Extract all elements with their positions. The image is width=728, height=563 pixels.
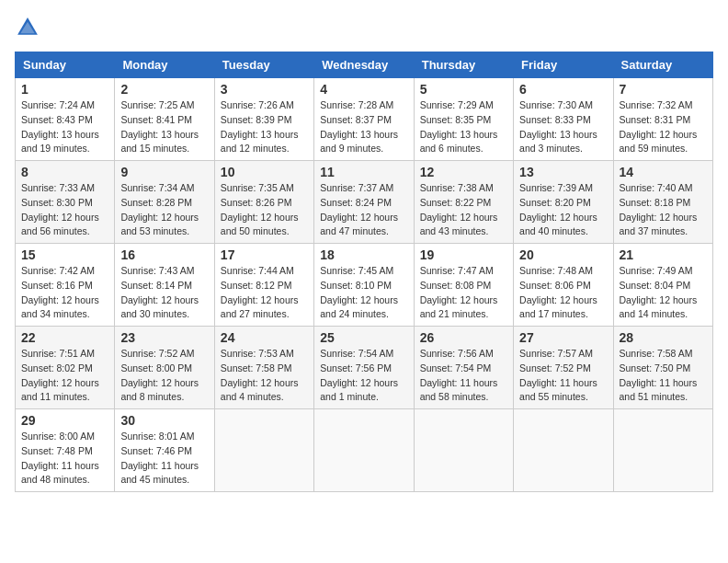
day-number: 27 [519,330,607,345]
day-number: 11 [320,165,407,179]
day-number: 26 [420,330,507,345]
day-info: Sunrise: 8:00 AM Sunset: 7:48 PM Dayligh… [21,430,108,488]
weekday-header: Saturday [613,52,712,78]
day-info: Sunrise: 7:49 AM Sunset: 8:04 PM Dayligh… [620,264,707,322]
day-info: Sunrise: 7:26 AM Sunset: 8:39 PM Dayligh… [221,98,308,156]
calendar-cell [613,409,712,492]
page-header [15,15,713,40]
calendar-cell: 6 Sunrise: 7:30 AM Sunset: 8:33 PM Dayli… [514,78,613,161]
calendar-cell: 13 Sunrise: 7:39 AM Sunset: 8:20 PM Dayl… [514,161,613,244]
calendar-cell: 11 Sunrise: 7:37 AM Sunset: 8:24 PM Dayl… [314,161,414,244]
calendar-cell: 15 Sunrise: 7:42 AM Sunset: 8:16 PM Dayl… [16,244,115,327]
day-info: Sunrise: 7:52 AM Sunset: 8:00 PM Dayligh… [120,347,208,405]
calendar-cell: 26 Sunrise: 7:56 AM Sunset: 7:54 PM Dayl… [414,327,513,409]
calendar-cell: 2 Sunrise: 7:25 AM Sunset: 8:41 PM Dayli… [115,78,214,161]
day-info: Sunrise: 7:35 AM Sunset: 8:26 PM Dayligh… [221,181,308,239]
calendar-cell: 7 Sunrise: 7:32 AM Sunset: 8:31 PM Dayli… [613,78,712,161]
calendar-cell [414,409,513,492]
day-number: 28 [620,330,707,345]
day-number: 2 [120,82,208,97]
day-info: Sunrise: 7:32 AM Sunset: 8:31 PM Dayligh… [620,98,707,156]
day-info: Sunrise: 7:28 AM Sunset: 8:37 PM Dayligh… [320,98,407,156]
calendar-cell [214,409,313,492]
calendar-cell: 18 Sunrise: 7:45 AM Sunset: 8:10 PM Dayl… [314,244,414,327]
day-number: 10 [221,165,308,179]
day-number: 29 [21,413,108,428]
day-number: 24 [221,330,308,345]
day-info: Sunrise: 7:38 AM Sunset: 8:22 PM Dayligh… [420,181,507,239]
day-info: Sunrise: 7:30 AM Sunset: 8:33 PM Dayligh… [519,98,607,156]
day-info: Sunrise: 7:37 AM Sunset: 8:24 PM Dayligh… [320,181,407,239]
calendar-cell: 23 Sunrise: 7:52 AM Sunset: 8:00 PM Dayl… [115,327,214,409]
day-info: Sunrise: 7:45 AM Sunset: 8:10 PM Dayligh… [320,264,407,322]
weekday-header: Wednesday [314,52,414,78]
day-number: 4 [320,82,407,97]
day-info: Sunrise: 7:24 AM Sunset: 8:43 PM Dayligh… [21,98,108,156]
calendar: SundayMondayTuesdayWednesdayThursdayFrid… [15,52,713,492]
calendar-cell: 1 Sunrise: 7:24 AM Sunset: 8:43 PM Dayli… [16,78,115,161]
day-number: 6 [519,82,607,97]
calendar-cell: 9 Sunrise: 7:34 AM Sunset: 8:28 PM Dayli… [115,161,214,244]
calendar-cell: 10 Sunrise: 7:35 AM Sunset: 8:26 PM Dayl… [214,161,313,244]
day-number: 30 [120,413,208,428]
calendar-cell: 8 Sunrise: 7:33 AM Sunset: 8:30 PM Dayli… [16,161,115,244]
day-number: 13 [519,165,607,179]
logo-icon [15,15,40,40]
calendar-cell: 17 Sunrise: 7:44 AM Sunset: 8:12 PM Dayl… [214,244,313,327]
day-info: Sunrise: 7:39 AM Sunset: 8:20 PM Dayligh… [519,181,607,239]
calendar-cell: 25 Sunrise: 7:54 AM Sunset: 7:56 PM Dayl… [314,327,414,409]
day-info: Sunrise: 7:57 AM Sunset: 7:52 PM Dayligh… [519,347,607,405]
calendar-cell: 24 Sunrise: 7:53 AM Sunset: 7:58 PM Dayl… [214,327,313,409]
day-info: Sunrise: 7:51 AM Sunset: 8:02 PM Dayligh… [21,347,108,405]
day-info: Sunrise: 7:44 AM Sunset: 8:12 PM Dayligh… [221,264,308,322]
calendar-cell: 29 Sunrise: 8:00 AM Sunset: 7:48 PM Dayl… [16,409,115,492]
day-number: 12 [420,165,507,179]
day-info: Sunrise: 7:25 AM Sunset: 8:41 PM Dayligh… [120,98,208,156]
day-number: 16 [120,247,208,262]
day-number: 9 [120,165,208,179]
day-number: 3 [221,82,308,97]
day-number: 7 [620,82,707,97]
day-info: Sunrise: 7:42 AM Sunset: 8:16 PM Dayligh… [21,264,108,322]
weekday-header: Friday [514,52,613,78]
day-info: Sunrise: 7:54 AM Sunset: 7:56 PM Dayligh… [320,347,407,405]
logo [15,15,44,40]
day-info: Sunrise: 7:34 AM Sunset: 8:28 PM Dayligh… [120,181,208,239]
calendar-cell: 22 Sunrise: 7:51 AM Sunset: 8:02 PM Dayl… [16,327,115,409]
day-info: Sunrise: 8:01 AM Sunset: 7:46 PM Dayligh… [120,430,208,488]
calendar-cell: 12 Sunrise: 7:38 AM Sunset: 8:22 PM Dayl… [414,161,513,244]
day-info: Sunrise: 7:29 AM Sunset: 8:35 PM Dayligh… [420,98,507,156]
calendar-cell: 30 Sunrise: 8:01 AM Sunset: 7:46 PM Dayl… [115,409,214,492]
calendar-cell: 14 Sunrise: 7:40 AM Sunset: 8:18 PM Dayl… [613,161,712,244]
weekday-header: Monday [115,52,214,78]
calendar-cell: 3 Sunrise: 7:26 AM Sunset: 8:39 PM Dayli… [214,78,313,161]
calendar-cell [514,409,613,492]
day-info: Sunrise: 7:40 AM Sunset: 8:18 PM Dayligh… [620,181,707,239]
day-info: Sunrise: 7:56 AM Sunset: 7:54 PM Dayligh… [420,347,507,405]
day-number: 1 [21,82,108,97]
calendar-cell: 16 Sunrise: 7:43 AM Sunset: 8:14 PM Dayl… [115,244,214,327]
day-number: 19 [420,247,507,262]
day-number: 18 [320,247,407,262]
calendar-cell: 20 Sunrise: 7:48 AM Sunset: 8:06 PM Dayl… [514,244,613,327]
day-number: 5 [420,82,507,97]
day-number: 21 [620,247,707,262]
weekday-header: Sunday [16,52,115,78]
calendar-cell: 21 Sunrise: 7:49 AM Sunset: 8:04 PM Dayl… [613,244,712,327]
day-info: Sunrise: 7:47 AM Sunset: 8:08 PM Dayligh… [420,264,507,322]
day-info: Sunrise: 7:43 AM Sunset: 8:14 PM Dayligh… [120,264,208,322]
day-info: Sunrise: 7:53 AM Sunset: 7:58 PM Dayligh… [221,347,308,405]
day-info: Sunrise: 7:58 AM Sunset: 7:50 PM Dayligh… [620,347,707,405]
calendar-cell: 19 Sunrise: 7:47 AM Sunset: 8:08 PM Dayl… [414,244,513,327]
weekday-header: Tuesday [214,52,313,78]
day-number: 8 [21,165,108,179]
calendar-cell: 5 Sunrise: 7:29 AM Sunset: 8:35 PM Dayli… [414,78,513,161]
day-info: Sunrise: 7:33 AM Sunset: 8:30 PM Dayligh… [21,181,108,239]
weekday-header: Thursday [414,52,513,78]
calendar-cell: 4 Sunrise: 7:28 AM Sunset: 8:37 PM Dayli… [314,78,414,161]
calendar-cell [314,409,414,492]
day-number: 22 [21,330,108,345]
day-number: 14 [620,165,707,179]
day-number: 25 [320,330,407,345]
calendar-cell: 27 Sunrise: 7:57 AM Sunset: 7:52 PM Dayl… [514,327,613,409]
